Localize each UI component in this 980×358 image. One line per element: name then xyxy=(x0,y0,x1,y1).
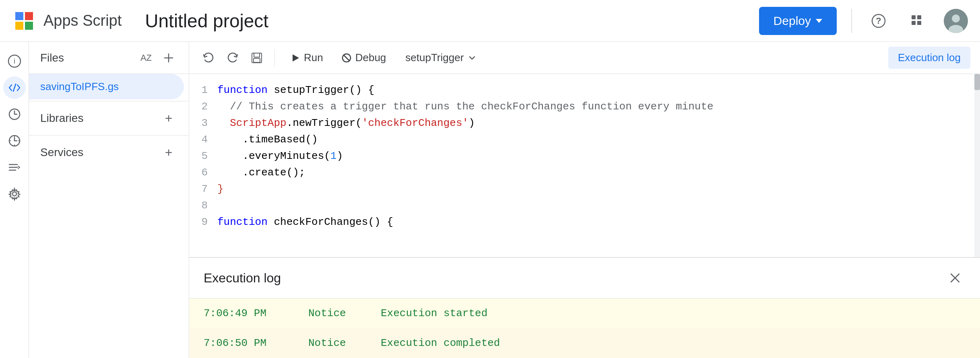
help-button[interactable]: ? xyxy=(867,9,891,33)
svg-marker-2 xyxy=(15,22,23,30)
paren-4: () { xyxy=(368,214,393,231)
svg-text:i: i xyxy=(14,57,15,65)
log-entry-1: 7:06:49 PM Notice Execution started xyxy=(189,298,980,328)
sidebar-settings-button[interactable] xyxy=(3,183,26,205)
save-button[interactable] xyxy=(247,48,266,68)
undo-button[interactable] xyxy=(199,48,218,68)
svg-marker-0 xyxy=(15,12,23,20)
code-content: 1 2 3 4 5 6 7 8 9 function setupTrigger(… xyxy=(189,74,980,239)
svg-rect-30 xyxy=(254,53,260,57)
settings-icon xyxy=(8,187,21,201)
code-line-3: ScriptApp.newTrigger('checkForChanges') xyxy=(217,115,972,132)
line-num-2: 2 xyxy=(189,99,208,115)
line-num-5: 5 xyxy=(189,148,208,165)
sort-button[interactable]: AZ xyxy=(137,49,155,67)
app-name: Apps Script xyxy=(43,12,122,29)
editor-area: Run Debug setupTrigger Execution log xyxy=(189,42,980,358)
add-library-button[interactable]: + xyxy=(160,109,177,127)
everyminutes: .everyMinutes( xyxy=(217,148,330,165)
deploy-button[interactable]: Deploy xyxy=(759,7,837,35)
avatar[interactable] xyxy=(944,9,968,33)
svg-point-25 xyxy=(12,192,17,196)
execution-icon xyxy=(8,160,21,174)
run-label: Run xyxy=(304,51,323,64)
closing-brace-1: } xyxy=(217,181,224,198)
code-line-4: .timeBased() xyxy=(217,132,972,148)
svg-line-15 xyxy=(13,84,16,91)
help-icon: ? xyxy=(871,14,886,28)
file-panel: Files AZ savingToIPFS.gs xyxy=(29,42,189,358)
line-num-9: 9 xyxy=(189,214,208,230)
file-item-name: savingToIPFS.gs xyxy=(40,80,119,93)
header-right: Deploy ? xyxy=(759,7,968,35)
code-icon xyxy=(8,81,21,95)
svg-rect-6 xyxy=(912,15,916,19)
function-selector[interactable]: setupTrigger xyxy=(397,47,485,68)
paren-1: () { xyxy=(349,82,374,99)
keyword-function-1: function xyxy=(217,82,274,99)
line-num-1: 1 xyxy=(189,82,208,99)
svg-marker-1 xyxy=(25,12,33,20)
grid-button[interactable] xyxy=(905,9,929,33)
sidebar-history-button[interactable] xyxy=(3,103,26,126)
add-file-button[interactable] xyxy=(160,49,177,67)
avatar-icon xyxy=(944,9,968,33)
exec-log-close-button[interactable] xyxy=(945,267,966,288)
trigger-icon xyxy=(8,134,21,148)
new-trigger: newTrigger xyxy=(293,115,355,132)
add-icon xyxy=(163,52,174,64)
files-label: Files xyxy=(40,51,137,64)
string-1: 'checkForChanges' xyxy=(362,115,468,132)
code-line-2: // This creates a trigger that runs the … xyxy=(217,99,972,115)
code-lines: function setupTrigger() { // This create… xyxy=(217,82,980,230)
fn-name-2: checkForChanges xyxy=(274,214,368,231)
deploy-chevron-icon xyxy=(816,19,822,23)
line-num-4: 4 xyxy=(189,132,208,148)
line-num-3: 3 xyxy=(189,115,208,132)
sidebar-execution-button[interactable] xyxy=(3,156,26,179)
file-item-savingToIPFS[interactable]: savingToIPFS.gs xyxy=(29,74,184,99)
google-logo-icon xyxy=(12,9,36,33)
services-section[interactable]: Services + xyxy=(29,137,189,168)
editor-toolbar: Run Debug setupTrigger Execution log xyxy=(189,42,980,74)
log-level-2: Notice xyxy=(308,337,357,349)
line-num-6: 6 xyxy=(189,165,208,181)
code-line-1: function setupTrigger() { xyxy=(217,82,972,99)
log-message-2: Execution completed xyxy=(381,337,500,349)
number-1: 1 xyxy=(330,148,337,165)
sidebar-code-button[interactable] xyxy=(3,76,26,99)
project-name: Untitled project xyxy=(145,10,268,32)
exec-log-header: Execution log xyxy=(189,258,980,298)
scrollbar-thumb[interactable] xyxy=(974,74,980,90)
code-line-8 xyxy=(217,198,972,214)
add-service-button[interactable]: + xyxy=(160,144,177,161)
dot-1: . xyxy=(287,115,293,132)
execution-log-panel: Execution log 7:06:49 PM Notice Executio… xyxy=(189,257,980,358)
info-icon: i xyxy=(8,54,21,68)
svg-rect-8 xyxy=(912,21,916,25)
svg-marker-3 xyxy=(25,22,33,30)
grid-icon xyxy=(910,14,924,28)
log-level-1: Notice xyxy=(308,307,357,319)
run-button[interactable]: Run xyxy=(283,47,330,68)
file-panel-header: Files AZ xyxy=(29,42,189,74)
debug-button[interactable]: Debug xyxy=(334,47,393,68)
toolbar-divider-1 xyxy=(274,49,275,67)
function-name: setupTrigger xyxy=(405,51,464,64)
sidebar-trigger-button[interactable] xyxy=(3,130,26,152)
line-numbers: 1 2 3 4 5 6 7 8 9 xyxy=(189,82,217,230)
sidebar-info-button[interactable]: i xyxy=(3,50,26,72)
code-editor[interactable]: 1 2 3 4 5 6 7 8 9 function setupTrigger(… xyxy=(189,74,980,257)
sort-icon: AZ xyxy=(140,52,152,64)
code-line-9: function checkForChanges() { xyxy=(217,214,972,230)
run-icon xyxy=(289,52,301,64)
execution-log-button[interactable]: Execution log xyxy=(888,47,970,69)
redo-button[interactable] xyxy=(223,48,242,68)
paren-2: ( xyxy=(355,115,362,132)
undo-icon xyxy=(202,51,215,64)
scrollbar-track[interactable] xyxy=(974,74,980,257)
svg-rect-31 xyxy=(254,58,260,62)
libraries-section[interactable]: Libraries + xyxy=(29,103,189,134)
file-header-icons: AZ xyxy=(137,49,177,67)
svg-marker-32 xyxy=(293,54,299,62)
